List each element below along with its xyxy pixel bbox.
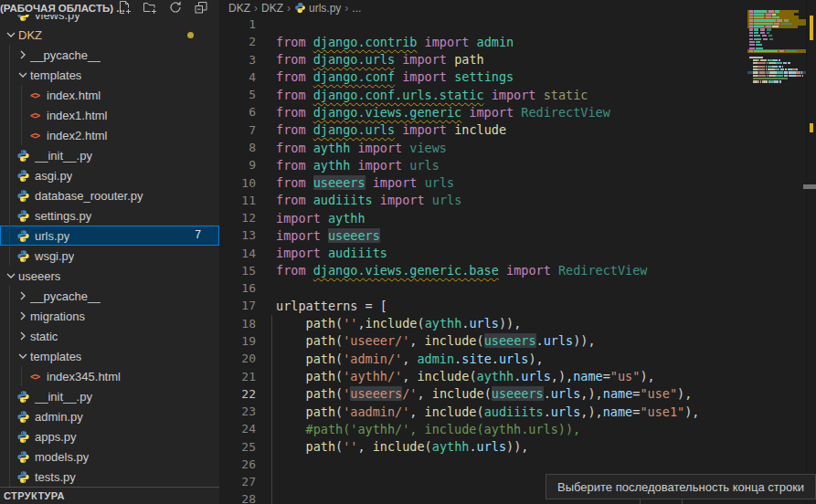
line-number[interactable]: 19 bbox=[219, 334, 256, 348]
code-line-20[interactable]: 20 path('admin/', admin.site.urls), bbox=[219, 350, 816, 367]
tree-item-templates[interactable]: templates bbox=[0, 346, 219, 366]
breadcrumb-item[interactable]: DKZ bbox=[261, 2, 283, 15]
code-text: path('',include(aythh.urls)), bbox=[276, 316, 521, 331]
code-line-26[interactable]: 26 bbox=[219, 456, 816, 473]
code-line-11[interactable]: 11from audiiits import urls bbox=[219, 192, 816, 209]
breadcrumb-item[interactable]: DKZ bbox=[228, 2, 250, 15]
outline-section-header[interactable]: СТРУКТУРА bbox=[0, 487, 219, 504]
tree-item-admin-py[interactable]: admin.py bbox=[0, 406, 219, 426]
code-line-17[interactable]: 17urlpatterns = [ bbox=[219, 297, 816, 314]
tree-item-templates[interactable]: templates bbox=[0, 65, 219, 85]
code-line-1[interactable]: 1 bbox=[219, 16, 816, 33]
tree-item-label: settings.py bbox=[35, 209, 91, 223]
line-number[interactable]: 24 bbox=[219, 422, 256, 436]
code-line-4[interactable]: 4from django.conf import settings bbox=[219, 68, 816, 86]
code-line-21[interactable]: 21 path('aythh/', include(aythh.urls,),n… bbox=[219, 367, 816, 384]
line-number[interactable]: 15 bbox=[219, 264, 256, 278]
code-line-9[interactable]: 9from aythh import urls bbox=[219, 156, 816, 173]
line-number[interactable]: 8 bbox=[219, 141, 256, 154]
tree-item-index345-html[interactable]: <>index345.html bbox=[0, 366, 219, 386]
code-editor[interactable]: DKZ›DKZ›urls.py›... 12from django.contri… bbox=[219, 0, 816, 504]
line-number[interactable]: 7 bbox=[219, 123, 256, 137]
tree-item-settings-py[interactable]: settings.py bbox=[0, 205, 219, 226]
code-text: from aythh import urls bbox=[276, 158, 440, 173]
code-line-7[interactable]: 7from django.urls import include bbox=[219, 121, 816, 139]
code-line-2[interactable]: 2from django.contrib import admin bbox=[219, 33, 816, 50]
breadcrumb-label: DKZ bbox=[228, 2, 250, 15]
refresh-icon[interactable] bbox=[168, 0, 183, 15]
indent-guide bbox=[271, 315, 272, 504]
code-line-13[interactable]: 13import useeers bbox=[219, 226, 816, 244]
code-line-23[interactable]: 23 path('aadmin/', include(audiiits.urls… bbox=[219, 403, 816, 420]
line-number[interactable]: 23 bbox=[219, 404, 256, 418]
tree-item-label: urls.py bbox=[35, 229, 69, 243]
line-number[interactable]: 5 bbox=[219, 88, 256, 101]
tree-item-dkz[interactable]: DKZ bbox=[0, 25, 219, 45]
line-number[interactable]: 2 bbox=[219, 35, 256, 48]
new-file-icon[interactable] bbox=[117, 0, 132, 15]
line-number[interactable]: 4 bbox=[219, 70, 256, 84]
tree-item-asgi-py[interactable]: asgi.py bbox=[0, 165, 219, 185]
line-number[interactable]: 11 bbox=[219, 194, 256, 207]
code-line-15[interactable]: 15from django.views.generic.base import … bbox=[219, 262, 816, 279]
line-number[interactable]: 3 bbox=[219, 53, 256, 67]
code-line-16[interactable]: 16 bbox=[219, 279, 816, 297]
code-line-14[interactable]: 14import audiiits bbox=[219, 245, 816, 262]
tree-item--init-py[interactable]: __init__.py bbox=[0, 386, 219, 406]
code-line-8[interactable]: 8from aythh import views bbox=[219, 139, 816, 156]
tree-item-index-html[interactable]: <>index.html bbox=[0, 85, 219, 105]
tree-item-tests-py[interactable]: tests.py bbox=[0, 467, 219, 487]
line-number[interactable]: 1 bbox=[219, 17, 256, 31]
code-line-24[interactable]: 24 #path('aythh/', include(aythh.urls)), bbox=[219, 420, 816, 437]
line-number[interactable]: 25 bbox=[219, 440, 256, 454]
line-number[interactable]: 28 bbox=[219, 492, 256, 504]
line-number[interactable]: 16 bbox=[219, 281, 256, 295]
minimap[interactable] bbox=[747, 0, 806, 504]
collapse-all-icon[interactable] bbox=[194, 0, 208, 15]
tree-item-useeers[interactable]: useeers bbox=[0, 266, 219, 286]
tree-item-index1-html[interactable]: <>index1.html bbox=[0, 105, 219, 125]
line-number[interactable]: 10 bbox=[219, 176, 256, 190]
line-number[interactable]: 14 bbox=[219, 247, 256, 260]
breadcrumb-item[interactable]: urls.py bbox=[294, 2, 341, 15]
breadcrumb-item[interactable]: ... bbox=[352, 2, 361, 15]
tree-item-wsgi-py[interactable]: wsgi.py bbox=[0, 246, 219, 266]
tree-item-apps-py[interactable]: apps.py bbox=[0, 426, 219, 446]
tree-item-urls-py[interactable]: urls.py7 bbox=[0, 226, 219, 246]
tree-item-models-py[interactable]: models.py bbox=[0, 446, 219, 467]
tree-item--init-py[interactable]: __init__.py bbox=[0, 145, 219, 165]
line-number[interactable]: 17 bbox=[219, 299, 256, 312]
line-number[interactable]: 18 bbox=[219, 317, 256, 331]
tree-item--pycache-[interactable]: __pycache__ bbox=[0, 45, 219, 65]
code-line-22[interactable]: 22 path('useeers/', include(useeers.urls… bbox=[219, 385, 816, 403]
tree-item--pycache-[interactable]: __pycache__ bbox=[0, 286, 219, 306]
line-number[interactable]: 9 bbox=[219, 158, 256, 172]
line-number[interactable]: 6 bbox=[219, 105, 256, 119]
code-line-10[interactable]: 10from useeers import urls bbox=[219, 173, 816, 191]
tree-item-static[interactable]: static bbox=[0, 326, 219, 346]
line-number[interactable]: 12 bbox=[219, 211, 256, 225]
tooltip-text: Выберите последовательность конца строки bbox=[557, 480, 804, 494]
new-folder-icon[interactable] bbox=[143, 0, 157, 15]
tree-item-database-roouter-py[interactable]: database_roouter.py bbox=[0, 185, 219, 205]
tree-item-migrations[interactable]: migrations bbox=[0, 306, 219, 326]
code-line-18[interactable]: 18 path('',include(aythh.urls)), bbox=[219, 315, 816, 332]
code-line-25[interactable]: 25 path('', include(aythh.urls)), bbox=[219, 437, 816, 455]
code-line-3[interactable]: 3from django.urls import path bbox=[219, 51, 816, 68]
code-line-19[interactable]: 19 path('useeer/', include(useeers.urls)… bbox=[219, 332, 816, 350]
explorer-section-header: (РАБОЧАЯ ОБЛАСТЬ) ... bbox=[0, 0, 219, 15]
line-number[interactable]: 27 bbox=[219, 475, 256, 488]
code-line-12[interactable]: 12import aythh bbox=[219, 209, 816, 226]
line-number[interactable]: 26 bbox=[219, 457, 256, 471]
overview-ruler[interactable] bbox=[806, 0, 816, 504]
tree-item-index2-html[interactable]: <>index2.html bbox=[0, 125, 219, 145]
python-file-icon bbox=[16, 188, 30, 203]
line-number[interactable]: 13 bbox=[219, 228, 256, 242]
line-number[interactable]: 21 bbox=[219, 370, 256, 383]
tree-item-label: __pycache__ bbox=[30, 289, 101, 303]
code-line-6[interactable]: 6from django.views.generic import Redire… bbox=[219, 103, 816, 121]
line-number[interactable]: 20 bbox=[219, 352, 256, 365]
code-line-5[interactable]: 5from django.conf.urls.static import sta… bbox=[219, 86, 816, 103]
breadcrumb-separator-icon: › bbox=[286, 2, 291, 15]
line-number[interactable]: 22 bbox=[219, 387, 256, 401]
